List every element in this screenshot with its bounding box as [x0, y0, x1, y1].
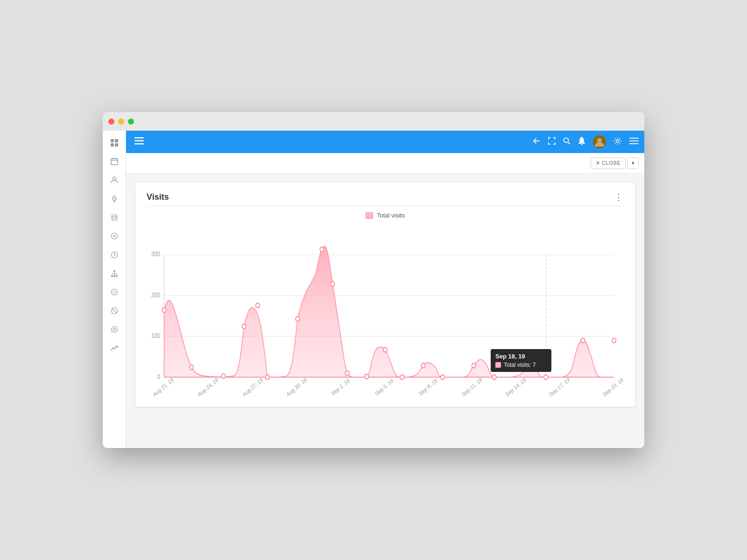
svg-text:300: 300 — [151, 251, 160, 258]
expand-icon — [548, 137, 556, 145]
svg-text:100: 100 — [151, 333, 160, 340]
hamburger-button[interactable] — [132, 134, 147, 150]
svg-point-73 — [544, 375, 548, 379]
app-container: ✕ CLOSE ▾ Visits ⋮ Total visits — [103, 131, 644, 448]
svg-point-57 — [222, 374, 226, 378]
svg-point-29 — [114, 293, 115, 294]
sidebar-item-user[interactable] — [106, 172, 123, 189]
svg-text:Aug 27, 19: Aug 27, 19 — [242, 377, 264, 398]
svg-text:Sep 2, 19: Sep 2, 19 — [331, 378, 351, 397]
svg-line-31 — [112, 308, 117, 313]
block-icon — [111, 307, 118, 315]
svg-text:Sep 11, 19: Sep 11, 19 — [461, 377, 483, 398]
svg-point-69 — [441, 375, 444, 379]
search-icon[interactable] — [563, 137, 571, 147]
toolbar: ✕ CLOSE ▾ — [126, 153, 644, 174]
sidebar-item-games[interactable] — [106, 284, 123, 301]
svg-line-38 — [568, 142, 571, 145]
svg-point-60 — [265, 375, 269, 379]
svg-text:Sep 5, 19: Sep 5, 19 — [374, 378, 395, 397]
sidebar-item-dashboard[interactable] — [106, 134, 123, 151]
svg-point-37 — [564, 138, 569, 143]
notification-icon[interactable] — [578, 137, 585, 147]
app-window: ✕ CLOSE ▾ Visits ⋮ Total visits — [103, 112, 644, 448]
more-options-button[interactable]: ⋮ — [614, 192, 624, 202]
topbar — [126, 131, 644, 153]
user-avatar[interactable] — [593, 135, 606, 148]
topbar-right — [532, 135, 639, 148]
sidebar-item-rocket[interactable] — [106, 190, 123, 207]
svg-point-65 — [365, 374, 368, 379]
svg-point-9 — [113, 198, 115, 199]
svg-text:Aug 21, 19: Aug 21, 19 — [152, 377, 175, 398]
svg-text:Sep 14, 19: Sep 14, 19 — [505, 377, 527, 398]
svg-point-59 — [256, 303, 260, 308]
svg-point-62 — [320, 247, 324, 252]
svg-rect-17 — [111, 275, 113, 277]
maximize-window-button[interactable] — [128, 119, 134, 125]
sidebar-item-block[interactable] — [106, 302, 123, 319]
trends-icon — [111, 344, 118, 352]
sidebar-item-trends[interactable] — [106, 340, 123, 357]
sidebar-item-clock[interactable] — [106, 246, 123, 263]
sidebar-item-settings-circle[interactable] — [106, 228, 123, 245]
svg-point-72 — [522, 366, 526, 371]
svg-point-56 — [190, 365, 193, 370]
chart-svg: 0 100 200 300 — [147, 223, 624, 398]
content-area: Visits ⋮ Total visits 0 100 200 — [126, 174, 644, 448]
svg-rect-3 — [115, 143, 118, 147]
chart-svg-container: 0 100 200 300 — [147, 223, 624, 398]
chart-title: Visits — [147, 192, 169, 202]
rocket-icon — [111, 195, 118, 203]
sidebar-item-calendar[interactable] — [106, 153, 123, 170]
svg-point-12 — [113, 235, 115, 237]
svg-point-33 — [113, 329, 115, 331]
main-area: ✕ CLOSE ▾ Visits ⋮ Total visits — [126, 131, 644, 448]
clock-icon — [111, 251, 118, 259]
svg-rect-44 — [629, 140, 639, 141]
close-button[interactable]: ✕ CLOSE — [591, 157, 626, 169]
minimize-window-button[interactable] — [118, 119, 124, 125]
chevron-down-button[interactable]: ▾ — [627, 157, 639, 169]
menu-icon[interactable] — [629, 138, 639, 146]
svg-point-55 — [162, 308, 166, 313]
close-button-label: ✕ CLOSE — [596, 160, 620, 166]
svg-rect-16 — [113, 270, 115, 272]
svg-rect-1 — [115, 139, 118, 142]
svg-rect-34 — [134, 137, 144, 139]
svg-point-68 — [421, 363, 425, 368]
svg-point-11 — [111, 233, 117, 239]
svg-rect-45 — [629, 143, 639, 144]
svg-text:200: 200 — [151, 292, 160, 299]
back-arrow-icon — [532, 137, 541, 145]
avatar-image — [593, 135, 606, 148]
svg-rect-0 — [111, 139, 114, 142]
sidebar-item-analytics[interactable] — [106, 321, 123, 338]
svg-rect-19 — [116, 275, 118, 277]
close-window-button[interactable] — [108, 119, 114, 125]
sidebar-item-database[interactable] — [106, 209, 123, 226]
svg-point-61 — [296, 316, 299, 321]
sidebar — [103, 131, 126, 448]
svg-text:0: 0 — [157, 373, 160, 380]
bell-icon — [578, 137, 585, 145]
svg-point-28 — [114, 291, 115, 292]
svg-text:Sep 20, 19: Sep 20, 19 — [602, 377, 624, 398]
calendar-icon — [111, 158, 118, 165]
chart-card: Visits ⋮ Total visits 0 100 200 — [135, 183, 635, 407]
svg-point-71 — [492, 375, 496, 379]
legend-color-box — [366, 212, 373, 219]
topbar-left — [132, 134, 147, 150]
gear-icon[interactable] — [613, 137, 622, 147]
hamburger-icon — [134, 137, 144, 145]
svg-rect-4 — [111, 159, 118, 165]
svg-rect-39 — [581, 144, 583, 145]
fullscreen-icon[interactable] — [548, 137, 556, 147]
svg-point-8 — [113, 177, 116, 181]
svg-rect-36 — [134, 143, 144, 145]
sidebar-item-hierarchy[interactable] — [106, 265, 123, 282]
database-icon — [111, 214, 118, 221]
svg-text:Sep 17, 19: Sep 17, 19 — [549, 377, 571, 398]
svg-point-66 — [383, 348, 387, 352]
back-icon[interactable] — [532, 137, 541, 147]
